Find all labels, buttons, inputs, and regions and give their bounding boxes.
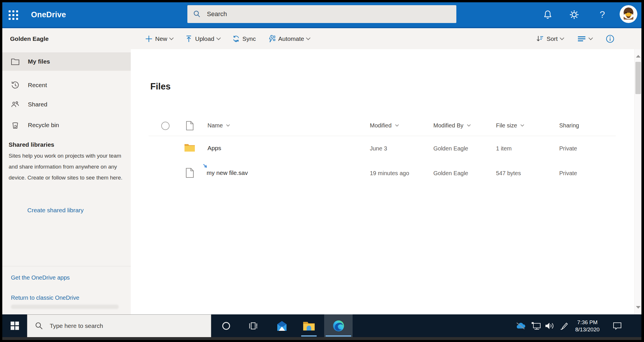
scrollbar-thumb[interactable]: [635, 62, 641, 94]
folder-icon: [11, 57, 20, 66]
page-title: Files: [150, 81, 171, 92]
action-center-button[interactable]: [609, 314, 625, 337]
chevron-down-icon: [395, 123, 399, 127]
table-header: Name Modified Modified By File size Shar…: [131, 118, 619, 134]
cortana-button[interactable]: [218, 314, 235, 337]
chevron-down-icon: [169, 36, 174, 40]
folder-yellow-icon: [184, 143, 195, 152]
column-header-modified-by[interactable]: Modified By: [433, 122, 470, 129]
mail-app-button[interactable]: [273, 314, 291, 337]
scroll-down-arrow-icon[interactable]: [636, 306, 641, 309]
edge-browser-button[interactable]: [324, 314, 353, 337]
info-icon: [605, 34, 615, 43]
task-view-button[interactable]: [245, 314, 262, 337]
item-modified: 19 minutes ago: [370, 170, 409, 177]
column-header-name[interactable]: Name: [207, 122, 229, 129]
item-name[interactable]: my new file.sav: [207, 169, 248, 176]
sidebar-item-my-files[interactable]: My files: [2, 52, 131, 71]
taskbar-search-box[interactable]: [27, 314, 211, 337]
sidebar-item-recycle-bin[interactable]: Recycle bin: [2, 116, 131, 134]
mail-icon: [276, 320, 288, 332]
sync-button[interactable]: Sync: [232, 35, 256, 43]
details-pane-button[interactable]: [605, 34, 615, 43]
column-header-modified[interactable]: Modified: [370, 122, 398, 129]
shared-libraries-heading: Shared libraries: [9, 141, 54, 148]
upload-icon: [185, 35, 193, 43]
scroll-up-arrow-icon[interactable]: [636, 55, 641, 58]
settings-button[interactable]: [568, 9, 580, 20]
start-button[interactable]: [2, 314, 27, 337]
shared-libraries-description: Sites help you work on projects with you…: [9, 150, 125, 183]
app-launcher-waffle-icon[interactable]: [9, 10, 18, 20]
taskbar-search-input[interactable]: [50, 322, 211, 329]
recycle-bin-icon: [11, 121, 20, 129]
chevron-down-icon: [467, 123, 471, 127]
help-button[interactable]: ?: [597, 9, 608, 20]
edge-icon: [332, 320, 345, 332]
automate-flow-icon: [268, 35, 276, 43]
item-sharing: Private: [559, 170, 577, 177]
return-classic-onedrive-link[interactable]: Return to classic OneDrive: [11, 295, 79, 301]
network-tray-button[interactable]: [530, 314, 543, 337]
item-file-size: 547 bytes: [496, 170, 521, 177]
file-type-column-icon[interactable]: [186, 121, 194, 132]
app-title: OneDrive: [31, 2, 66, 27]
file-explorer-button[interactable]: [300, 314, 318, 337]
table-header-divider: [149, 136, 616, 136]
chevron-down-icon: [216, 36, 221, 40]
plus-icon: [145, 35, 153, 43]
column-header-file-size[interactable]: File size: [496, 122, 524, 129]
select-all-circle[interactable]: [161, 122, 170, 130]
upload-button[interactable]: Upload: [185, 35, 220, 43]
sidebar-item-recent[interactable]: Recent: [2, 76, 131, 94]
action-center-icon: [612, 321, 622, 331]
chevron-down-icon: [306, 36, 311, 40]
page-scrollbar[interactable]: [634, 49, 641, 314]
notifications-button[interactable]: [542, 9, 553, 20]
main-content: Files Name Modified Modified By File siz…: [131, 49, 634, 314]
item-modified-by: Golden Eagle: [433, 145, 468, 152]
eagle-avatar-icon: [620, 5, 637, 23]
file-explorer-icon: [303, 320, 315, 332]
network-icon: [531, 321, 541, 330]
suite-search-box[interactable]: [187, 5, 456, 23]
get-onedrive-apps-link[interactable]: Get the OneDrive apps: [11, 274, 70, 281]
sidebar-item-shared[interactable]: Shared: [2, 95, 131, 114]
search-input[interactable]: [207, 10, 451, 18]
column-header-sharing[interactable]: Sharing: [559, 122, 579, 129]
speaker-icon: [544, 321, 555, 330]
history-clock-icon: [11, 81, 20, 89]
clock-time: 7:36 PM: [577, 319, 598, 326]
clock-date: 8/13/2020: [575, 326, 600, 333]
taskbar-clock[interactable]: 7:36 PM 8/13/2020: [567, 314, 608, 337]
command-actions: New Upload Sync Automate: [145, 28, 310, 49]
sort-button[interactable]: Sort: [536, 35, 564, 43]
account-avatar[interactable]: [620, 5, 637, 23]
table-row[interactable]: Apps June 3 Golden Eagle 1 item Private: [131, 137, 619, 161]
sort-icon: [536, 35, 544, 43]
bell-icon: [542, 9, 553, 20]
explorer-running-indicator: [301, 335, 317, 337]
view-options-button[interactable]: [577, 35, 592, 43]
sync-icon: [232, 35, 240, 43]
sidebar: My files Recent Shared Recycle bin Share…: [2, 49, 131, 314]
new-button[interactable]: New: [145, 35, 173, 43]
item-modified: June 3: [370, 145, 387, 152]
automate-button[interactable]: Automate: [268, 35, 310, 43]
people-icon: [11, 100, 20, 109]
chevron-down-icon: [588, 36, 593, 40]
cortana-icon: [222, 321, 231, 330]
volume-tray-button[interactable]: [543, 314, 556, 337]
list-view-icon: [577, 35, 587, 43]
document-icon: [185, 168, 194, 178]
library-name: Golden Eagle: [10, 28, 49, 49]
sidebar-divider: [2, 266, 131, 266]
windows-logo-icon: [11, 322, 19, 330]
table-row[interactable]: my new file.sav 19 minutes ago Golden Ea…: [131, 161, 619, 186]
screen-bottom-strip: [2, 337, 641, 340]
search-icon: [35, 322, 43, 330]
create-shared-library-link[interactable]: Create shared library: [27, 207, 84, 214]
windows-taskbar: 7:36 PM 8/13/2020: [2, 314, 641, 337]
onedrive-tray-button[interactable]: [514, 314, 527, 337]
item-name[interactable]: Apps: [207, 145, 221, 152]
